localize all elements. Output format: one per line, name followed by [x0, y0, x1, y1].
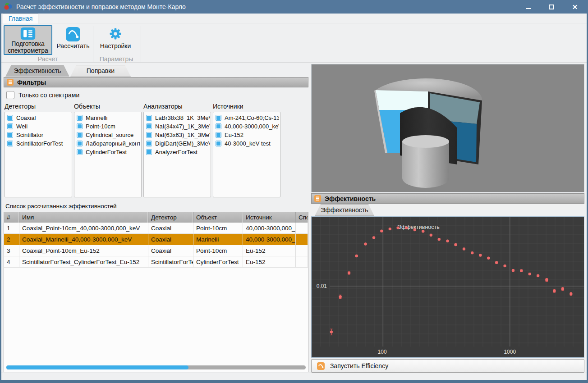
- tab-corrections[interactable]: Поправки: [70, 65, 131, 77]
- table-cell: 40,000-3000,000_keV: [243, 234, 296, 245]
- checkbox-checked-icon[interactable]: [7, 115, 13, 121]
- table-cell: 3: [4, 245, 19, 256]
- checkbox-checked-icon[interactable]: [146, 132, 152, 138]
- checkbox-checked-icon[interactable]: [7, 132, 13, 138]
- checkbox-checked-icon[interactable]: [7, 141, 13, 146]
- data-point: [430, 234, 432, 237]
- table-cell: Eu-152: [243, 245, 296, 256]
- table-row[interactable]: 2Coaxial_Marinelli_40,000-3000,000_keVCo…: [4, 234, 308, 245]
- list-item[interactable]: Coaxial: [6, 114, 71, 122]
- filter-group-label: Анализаторы: [143, 103, 211, 111]
- filters-title: Фильтры: [17, 79, 46, 86]
- list-item[interactable]: Eu-152: [214, 131, 279, 139]
- list-item[interactable]: Well: [6, 122, 71, 131]
- table-cell: Coaxial_Point-10cm_40,000-3000,000_keV: [19, 223, 148, 233]
- table-column-header[interactable]: Имя: [19, 212, 148, 223]
- table-cell: Coaxial: [148, 245, 193, 256]
- detector-endcap-top: [402, 135, 449, 148]
- filter-list[interactable]: LaBr38x38_1K_3MeVNaI(34x47)_1K_3MeVNaI(6…: [143, 112, 211, 197]
- close-button[interactable]: ✕: [569, 2, 581, 12]
- list-item[interactable]: 40,000-3000,000_keV: [214, 122, 279, 131]
- list-item[interactable]: Marinelli: [75, 114, 140, 122]
- run-efficiency-label: Запустить Efficiency: [330, 362, 388, 369]
- list-item-label: CylinderForTest: [86, 149, 140, 155]
- scrollbar-thumb[interactable]: [6, 365, 188, 369]
- ribbon-tab-home[interactable]: Главная: [3, 14, 38, 23]
- list-item[interactable]: Am-241;Co-60;Cs-137: [214, 114, 279, 122]
- calculate-button[interactable]: Рассчитать: [54, 25, 92, 55]
- list-item[interactable]: Scintillator: [6, 131, 71, 139]
- list-item-label: Eu-152: [225, 132, 279, 138]
- checkbox-checked-icon[interactable]: [216, 123, 221, 129]
- table-cell: 2: [4, 234, 19, 245]
- table-cell: Coaxial: [148, 223, 193, 233]
- table-row[interactable]: 3Coaxial_Point-10cm_Eu-152CoaxialPoint-1…: [4, 245, 308, 256]
- table-column-header[interactable]: Детектор: [148, 212, 193, 223]
- checkbox-checked-icon[interactable]: [77, 115, 83, 121]
- checkbox-checked-icon[interactable]: [77, 141, 83, 146]
- table-header-row: #ИмяДетекторОбъектИсточникСпектр: [4, 212, 308, 223]
- table-cell: Point-10cm: [193, 245, 243, 256]
- data-point: [471, 251, 473, 254]
- table-column-header[interactable]: Спектр: [296, 212, 308, 223]
- settings-button[interactable]: Настройки: [95, 25, 136, 55]
- horizontal-scrollbar[interactable]: [6, 365, 306, 369]
- list-item[interactable]: Point-10cm: [75, 122, 140, 131]
- table-cell: Coaxial: [148, 234, 193, 245]
- list-item[interactable]: 40-3000_keV test: [214, 139, 279, 148]
- filter-list[interactable]: MarinelliPoint-10cmCylindrical_sourceЛаб…: [74, 112, 142, 197]
- efficiency-group-header[interactable]: Эффективность: [311, 193, 584, 204]
- list-item[interactable]: ScintillatorForTest: [6, 139, 71, 148]
- list-item[interactable]: DigiDart(GEM)_3MeV: [145, 139, 210, 148]
- ribbon: Подготовка спектрометра Рассчитать: [0, 23, 588, 63]
- list-item[interactable]: NaI(34x47)_1K_3MeV: [145, 122, 210, 131]
- filters-group-header[interactable]: Фильтры: [4, 77, 308, 87]
- prepare-spectrometer-button[interactable]: Подготовка спектрометра: [4, 25, 52, 55]
- 3d-geometry-view[interactable]: [311, 64, 584, 192]
- list-item[interactable]: CylinderForTest: [75, 148, 140, 156]
- detector-endcap-body: [402, 141, 449, 188]
- table-column-header[interactable]: Источник: [243, 212, 296, 223]
- checkbox-checked-icon[interactable]: [146, 115, 152, 121]
- list-item[interactable]: Cylindrical_source: [75, 131, 140, 139]
- minimize-button[interactable]: [522, 2, 534, 12]
- data-point: [405, 226, 408, 229]
- run-efficiency-button[interactable]: Запустить Efficiency: [311, 359, 584, 373]
- maximize-button[interactable]: [546, 2, 557, 12]
- checkbox-checked-icon[interactable]: [146, 141, 152, 146]
- tab-efficiency-chart[interactable]: Эффективность: [315, 204, 374, 216]
- checkbox-checked-icon[interactable]: [77, 149, 83, 155]
- list-item[interactable]: NaI(63x63)_1K_3MeV: [145, 131, 210, 139]
- checkbox-checked-icon[interactable]: [216, 141, 221, 146]
- checkbox-checked-icon[interactable]: [146, 123, 152, 129]
- checkbox-checked-icon[interactable]: [77, 132, 83, 138]
- ribbon-separator: [93, 26, 93, 62]
- checkbox-checked-icon[interactable]: [216, 115, 221, 121]
- data-point: [446, 239, 449, 242]
- efficiency-chart[interactable]: 10010000.01Эффективность: [311, 216, 584, 358]
- table-row[interactable]: 1Coaxial_Point-10cm_40,000-3000,000_keVC…: [4, 223, 308, 234]
- list-item[interactable]: Лабораторный_контейнер: [75, 139, 140, 148]
- titlebar[interactable]: Расчет эффективности и поправок методом …: [0, 0, 588, 14]
- list-item-label: Marinelli: [86, 114, 140, 121]
- filter-list[interactable]: Am-241;Co-60;Cs-13740,000-3000,000_keVEu…: [213, 112, 280, 197]
- filter-list[interactable]: CoaxialWellScintillatorScintillatorForTe…: [5, 112, 72, 197]
- checkbox-checked-icon[interactable]: [77, 123, 83, 129]
- table-cell: Point-10cm: [193, 223, 243, 233]
- table-cell: [296, 256, 308, 267]
- only-with-spectra-checkbox[interactable]: [6, 91, 14, 99]
- list-item[interactable]: LaBr38x38_1K_3MeV: [145, 114, 210, 122]
- table-row[interactable]: 4ScintillatorForTest_CylinderForTest_Eu-…: [4, 256, 308, 268]
- checkbox-checked-icon[interactable]: [216, 132, 221, 138]
- list-item[interactable]: AnalyzerForTest: [145, 148, 210, 156]
- tab-efficiency[interactable]: Эффективность: [5, 65, 69, 77]
- list-item-label: Coaxial: [16, 114, 71, 121]
- filter-group: ИсточникиAm-241;Co-60;Cs-13740,000-3000,…: [213, 103, 280, 197]
- marinelli-detector-scene: [312, 64, 584, 192]
- checkbox-checked-icon[interactable]: [7, 123, 13, 129]
- list-item-label: Scintillator: [16, 132, 71, 138]
- list-item-label: 40-3000_keV test: [225, 140, 279, 147]
- table-column-header[interactable]: #: [4, 212, 19, 223]
- checkbox-checked-icon[interactable]: [146, 149, 152, 155]
- table-column-header[interactable]: Объект: [193, 212, 243, 223]
